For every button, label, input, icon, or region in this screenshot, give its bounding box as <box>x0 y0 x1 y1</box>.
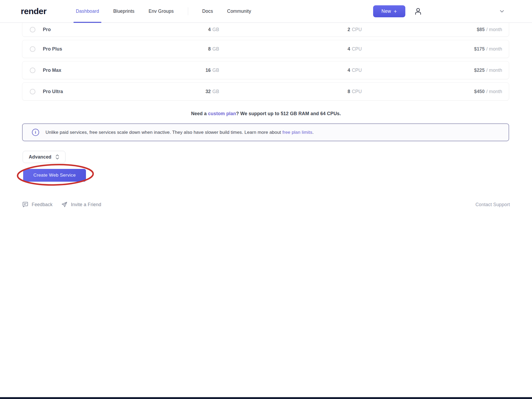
nav-item-community[interactable]: Community <box>227 0 251 22</box>
feedback-link[interactable]: Feedback <box>22 201 52 208</box>
notice-pre: Unlike paid services, free services scal… <box>46 130 282 135</box>
plan-cpu-unit: CPU <box>352 89 362 94</box>
account-avatar-button[interactable] <box>413 6 423 17</box>
plan-ram-unit: GB <box>212 46 219 52</box>
new-button[interactable]: New + <box>373 5 405 17</box>
bottom-task-bar <box>0 397 532 399</box>
plan-name: Pro Max <box>43 68 61 73</box>
plan-cpu-unit: CPU <box>352 68 362 73</box>
nav-divider <box>188 7 188 15</box>
new-button-label: New <box>381 9 391 14</box>
chevron-up-down-icon <box>55 154 59 160</box>
chevron-down-icon <box>499 8 505 14</box>
plan-price-unit: / month <box>486 27 502 32</box>
plan-price-unit: / month <box>486 46 502 52</box>
info-icon: i <box>32 129 39 136</box>
plan-price: $225 <box>474 68 485 73</box>
plus-icon: + <box>394 9 397 14</box>
plan-row-pro-ultra[interactable]: Pro Ultra 32GB 8CPU $450/ month <box>22 82 509 101</box>
plan-cpu-unit: CPU <box>352 46 362 52</box>
plan-row-pro[interactable]: Pro 4GB 2CPU $85/ month <box>22 23 509 37</box>
custom-plan-pre: Need a <box>191 111 208 116</box>
plan-ram-unit: GB <box>212 27 219 32</box>
render-logo[interactable]: render <box>21 0 47 22</box>
plan-row-pro-plus[interactable]: Pro Plus 8GB 4CPU $175/ month <box>22 40 509 58</box>
account-menu-toggle[interactable] <box>498 7 506 15</box>
plan-cpu-unit: CPU <box>352 27 362 32</box>
plan-price: $85 <box>477 27 485 32</box>
contact-support-link[interactable]: Contact Support <box>476 202 510 207</box>
radio-button[interactable] <box>30 89 35 94</box>
plan-cpu-value: 8 <box>336 89 350 94</box>
create-web-service-button[interactable]: Create Web Service <box>23 169 86 182</box>
instance-type-list: Pro 4GB 2CPU $85/ month Pro Plus 8GB 4CP… <box>22 23 509 104</box>
free-plan-limits-link[interactable]: free plan limits <box>282 130 312 135</box>
plan-cpu-value: 2 <box>336 27 350 32</box>
nav-item-dashboard[interactable]: Dashboard <box>76 0 99 22</box>
radio-button[interactable] <box>30 27 35 32</box>
plan-price: $175 <box>474 46 485 52</box>
nav-item-docs[interactable]: Docs <box>202 0 213 22</box>
advanced-toggle[interactable]: Advanced <box>23 151 65 163</box>
custom-plan-line: Need a custom plan? We support up to 512… <box>0 111 532 117</box>
invite-a-friend-link[interactable]: Invite a Friend <box>61 201 101 208</box>
radio-button[interactable] <box>30 68 35 73</box>
advanced-label: Advanced <box>29 154 51 160</box>
plan-row-pro-max[interactable]: Pro Max 16GB 4CPU $225/ month <box>22 61 509 79</box>
plan-price-unit: / month <box>486 68 502 73</box>
feedback-icon <box>22 201 28 208</box>
plan-price-unit: / month <box>486 89 502 94</box>
feedback-label: Feedback <box>32 202 52 207</box>
custom-plan-link[interactable]: custom plan <box>208 111 236 116</box>
plan-ram-unit: GB <box>212 89 219 94</box>
custom-plan-post: ? We support up to 512 GB RAM and 64 CPU… <box>236 111 341 116</box>
primary-nav: Dashboard Blueprints Env Groups Docs Com… <box>76 0 251 22</box>
plan-ram-unit: GB <box>212 68 219 73</box>
plan-name: Pro Ultra <box>43 89 63 94</box>
plan-cpu-value: 4 <box>336 46 350 52</box>
plan-ram-value: 8 <box>195 46 211 52</box>
person-icon <box>414 7 423 16</box>
plan-cpu-value: 4 <box>336 68 350 73</box>
radio-button[interactable] <box>30 46 35 52</box>
plan-name: Pro Plus <box>43 46 62 52</box>
plan-name: Pro <box>43 27 51 32</box>
notice-post: . <box>312 130 314 135</box>
top-nav-bar: render Dashboard Blueprints Env Groups D… <box>0 0 532 23</box>
plan-ram-value: 4 <box>195 27 211 32</box>
nav-item-blueprints[interactable]: Blueprints <box>113 0 134 22</box>
paper-plane-icon <box>61 201 68 208</box>
plan-price: $450 <box>474 89 485 94</box>
notice-text: Unlike paid services, free services scal… <box>46 130 314 135</box>
free-plan-notice-banner: i Unlike paid services, free services sc… <box>22 123 509 141</box>
plan-ram-value: 32 <box>195 89 211 94</box>
nav-item-env-groups[interactable]: Env Groups <box>149 0 174 22</box>
plan-ram-value: 16 <box>195 68 211 73</box>
page-footer: Feedback Invite a Friend Contact Support <box>22 199 510 210</box>
invite-label: Invite a Friend <box>71 202 101 207</box>
